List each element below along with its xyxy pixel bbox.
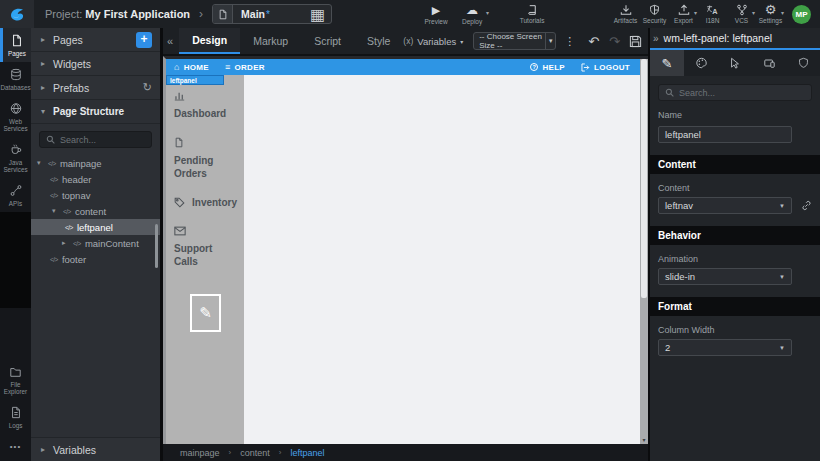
tab-security[interactable]: [786, 50, 820, 76]
accordion-variables[interactable]: ▸ Variables: [31, 437, 160, 461]
tab-style[interactable]: Style: [354, 28, 403, 54]
book-icon: [527, 4, 538, 16]
scroll-down-arrow-icon[interactable]: ▾: [640, 436, 648, 443]
canvas-scrollbar-thumb[interactable]: [641, 59, 647, 298]
page-file-icon: [213, 5, 233, 23]
tree-node-leftpanel-selected[interactable]: </> leftpanel: [31, 219, 160, 235]
animation-select[interactable]: slide-in ▼: [658, 268, 792, 285]
name-field-input[interactable]: [658, 126, 792, 143]
canvas-app-header[interactable]: ⌂ HOME ≡ ORDER ? HELP LOGOUT: [166, 59, 640, 75]
breadcrumb-content[interactable]: content: [240, 448, 270, 458]
animation-field-label: Animation: [658, 254, 812, 264]
logout-icon: [581, 63, 590, 72]
breadcrumb-leftpanel[interactable]: leftpanel: [290, 448, 324, 458]
i18n-button[interactable]: A I18N: [698, 0, 727, 28]
caret-down-icon: ▾: [37, 159, 44, 167]
add-page-button[interactable]: +: [136, 32, 152, 48]
screen-size-select[interactable]: -- Choose Screen Size -- ▼: [473, 32, 556, 50]
accordion-pages[interactable]: ▸ Pages +: [31, 28, 160, 52]
tab-devices[interactable]: [752, 50, 786, 76]
page-structure-search-input[interactable]: [60, 135, 150, 145]
properties-search-input[interactable]: [679, 88, 789, 98]
download-icon: [620, 4, 632, 16]
rail-item-pages[interactable]: Pages: [0, 28, 31, 62]
canvas-menu-support-calls[interactable]: Support Calls: [174, 225, 238, 268]
rail-item-file-explorer[interactable]: File Explorer: [0, 360, 31, 400]
device-icon: [763, 57, 776, 69]
tab-styles[interactable]: [684, 50, 718, 76]
rail-item-logs[interactable]: Logs: [0, 400, 31, 434]
column-width-select[interactable]: 2 ▼: [658, 339, 792, 356]
preview-button[interactable]: ▶ Preview: [418, 0, 454, 28]
left-icon-rail: Pages Databases Web Services Java Servic…: [0, 28, 31, 461]
tree-node-mainpage[interactable]: ▾ </> mainpage: [31, 155, 160, 171]
canvas-menu-dashboard[interactable]: Dashboard: [174, 89, 238, 120]
bind-link-icon[interactable]: [801, 200, 812, 211]
grid-view-icon[interactable]: ▦: [310, 5, 325, 24]
selected-widget-tag[interactable]: leftpanel: [166, 75, 224, 85]
settings-button[interactable]: ⚙ ▾ Settings: [756, 0, 785, 28]
canvas-leftpanel-widget[interactable]: Dashboard Pending Orders Inventory Suppo…: [166, 75, 244, 444]
accordion-widgets-label: Widgets: [53, 58, 91, 70]
refresh-icon[interactable]: ↻: [143, 81, 152, 94]
collapse-left-panel-button[interactable]: «: [163, 35, 179, 47]
tab-events[interactable]: [718, 50, 752, 76]
accordion-prefabs[interactable]: ▸ Prefabs ↻: [31, 76, 160, 100]
canvas-menu-pending-orders[interactable]: Pending Orders: [174, 136, 238, 180]
chevron-right-icon: ›: [229, 448, 232, 457]
caret-right-icon: ▸: [62, 239, 69, 247]
tab-markup[interactable]: Markup: [240, 28, 301, 54]
tree-node-content[interactable]: ▾ </> content: [31, 203, 160, 219]
canvas-nav-logout[interactable]: LOGOUT: [581, 63, 630, 72]
redo-button[interactable]: ↷: [604, 34, 625, 49]
content-select[interactable]: leftnav ▼: [658, 197, 792, 214]
artifacts-button[interactable]: Artifacts: [611, 0, 640, 28]
tab-script[interactable]: Script: [301, 28, 354, 54]
tree-node-header[interactable]: </> header: [31, 171, 160, 187]
design-canvas[interactable]: ⌂ HOME ≡ ORDER ? HELP LOGOUT: [163, 56, 648, 444]
accordion-prefabs-label: Prefabs: [53, 82, 89, 94]
canvas-menu-inventory[interactable]: Inventory: [174, 196, 238, 209]
export-button[interactable]: ▾ Export: [669, 0, 698, 28]
search-icon: [46, 135, 55, 144]
edit-widget-button[interactable]: ✎: [190, 294, 221, 332]
tree-node-maincontent[interactable]: ▸ </> mainContent: [31, 235, 160, 251]
rail-item-java-services[interactable]: Java Services: [0, 137, 31, 178]
app-logo[interactable]: [0, 0, 34, 28]
rail-item-databases[interactable]: Databases: [0, 62, 31, 96]
accordion-widgets[interactable]: ▸ Widgets: [31, 52, 160, 76]
rail-more-button[interactable]: •••: [0, 434, 31, 461]
tree-node-topnav[interactable]: </> topnav: [31, 187, 160, 203]
canvas-nav-order[interactable]: ≡ ORDER: [225, 62, 265, 72]
page-icon: [11, 34, 23, 47]
caret-down-icon: ▾: [41, 107, 53, 116]
variables-menu-button[interactable]: (x) Variables ▾: [403, 36, 463, 47]
tab-properties[interactable]: ✎: [650, 50, 684, 76]
user-avatar[interactable]: MP: [792, 5, 811, 24]
vcs-button[interactable]: ▾ VCS: [727, 0, 756, 28]
rail-item-web-services[interactable]: Web Services: [0, 96, 31, 137]
tutorials-button[interactable]: Tutorials: [514, 0, 550, 28]
canvas-nav-help[interactable]: ? HELP: [530, 63, 565, 72]
deploy-button[interactable]: ☁ ▾ Deploy: [454, 0, 490, 28]
caret-right-icon: ▸: [41, 445, 53, 454]
security-button[interactable]: Security: [640, 0, 669, 28]
caret-down-icon: ▾: [460, 38, 463, 45]
canvas-content-area[interactable]: [244, 75, 640, 444]
page-selector-dropdown[interactable]: Main * ▦: [212, 4, 332, 24]
more-options-button[interactable]: ⋮: [564, 35, 575, 48]
breadcrumb-mainpage[interactable]: mainpage: [180, 448, 220, 458]
collapse-right-panel-button[interactable]: »: [650, 33, 664, 44]
rail-item-apis[interactable]: APIs: [0, 178, 31, 212]
tree-scrollbar-thumb[interactable]: [155, 224, 158, 268]
canvas-nav-home[interactable]: ⌂ HOME: [174, 62, 209, 72]
accordion-page-structure[interactable]: ▾ Page Structure: [31, 100, 160, 124]
save-button[interactable]: [625, 35, 648, 48]
shield-icon: [798, 57, 809, 69]
undo-button[interactable]: ↶: [583, 34, 604, 49]
bar-chart-icon: [174, 90, 186, 101]
tree-node-footer[interactable]: </> footer: [31, 251, 160, 267]
tab-design[interactable]: Design: [179, 28, 240, 54]
canvas-scrollbar[interactable]: ▾: [640, 59, 648, 444]
file-icon: [174, 137, 186, 148]
